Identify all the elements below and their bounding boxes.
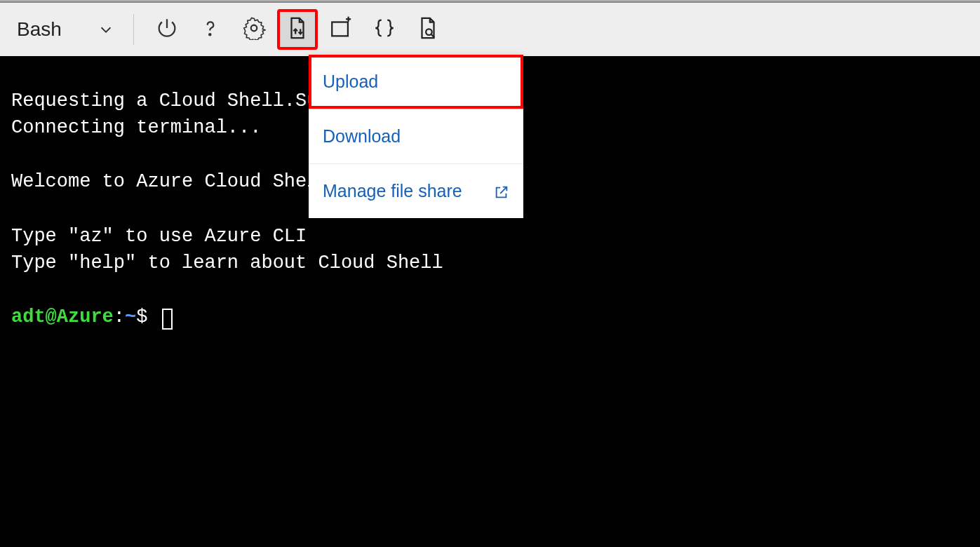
power-icon: [155, 16, 179, 43]
help-button[interactable]: [192, 11, 229, 48]
menu-item-label: Download: [323, 126, 401, 147]
prompt-path: ~: [125, 306, 136, 327]
shell-selector[interactable]: Bash: [10, 14, 121, 45]
braces-icon: [372, 16, 396, 43]
restart-button[interactable]: [148, 11, 186, 48]
settings-button[interactable]: [235, 11, 273, 48]
chevron-down-icon: [98, 22, 114, 37]
terminal-line: Type "help" to learn about Cloud Shell: [11, 252, 443, 274]
terminal-line: Welcome to Azure Cloud Shell: [11, 171, 330, 192]
preview-icon: [416, 16, 440, 43]
menu-item-manage-file-share[interactable]: Manage file share: [309, 163, 523, 218]
prompt-user: adt: [11, 306, 46, 327]
toolbar-separator: [133, 14, 134, 45]
web-preview-button[interactable]: [409, 11, 447, 48]
terminal-cursor: [162, 309, 173, 330]
terminal-prompt: adt@Azure:~$: [11, 306, 173, 327]
prompt-host: Azure: [57, 306, 114, 327]
upload-download-button[interactable]: [278, 11, 316, 48]
file-transfer-icon: [286, 16, 309, 43]
terminal-line: Connecting terminal...: [11, 117, 261, 138]
prompt-symbol: $: [136, 306, 147, 327]
terminal-line: Type "az" to use Azure CLI: [11, 226, 307, 247]
cloud-shell-toolbar: Bash: [0, 3, 980, 56]
file-transfer-menu: Upload Download Manage file share: [309, 55, 523, 218]
new-window-icon: [329, 16, 353, 43]
gear-icon: [242, 16, 266, 43]
svg-point-1: [251, 25, 257, 32]
external-link-icon: [494, 184, 509, 199]
svg-rect-2: [332, 22, 348, 36]
menu-item-label: Upload: [323, 72, 378, 92]
new-session-button[interactable]: [322, 11, 360, 48]
shell-selector-label: Bash: [17, 18, 62, 41]
menu-item-upload[interactable]: Upload: [309, 55, 523, 109]
menu-item-download[interactable]: Download: [309, 109, 523, 163]
help-icon: [199, 16, 222, 43]
svg-point-0: [209, 34, 210, 35]
editor-button[interactable]: [365, 11, 403, 48]
svg-point-3: [426, 29, 432, 35]
menu-item-label: Manage file share: [323, 181, 462, 201]
